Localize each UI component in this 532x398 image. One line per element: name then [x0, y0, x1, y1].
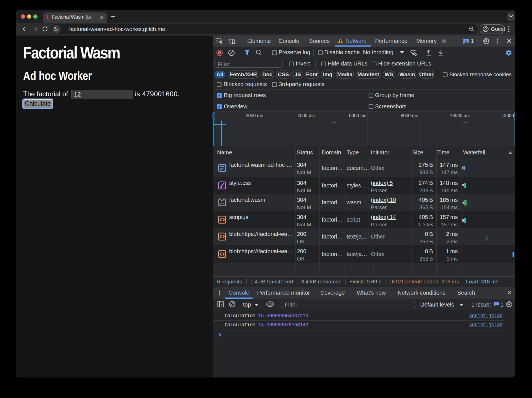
svg-text:WA: WA — [220, 202, 224, 205]
